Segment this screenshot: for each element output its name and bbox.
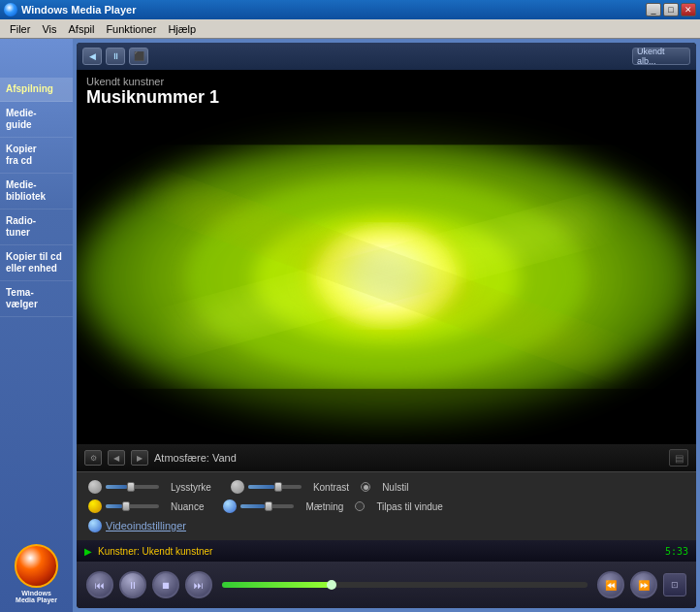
- minimize-button[interactable]: _: [646, 3, 661, 16]
- menu-filer[interactable]: Filer: [4, 21, 36, 37]
- artist-name: Ukendt kunstner: [86, 76, 686, 87]
- visualization-svg: [77, 112, 696, 444]
- menu-vis[interactable]: Vis: [36, 21, 62, 37]
- next-button[interactable]: ⏭: [185, 571, 212, 598]
- brightness-slider[interactable]: [106, 485, 159, 489]
- fit-label: Tilpas til vindue: [376, 501, 443, 512]
- video-settings-link[interactable]: Videoindstillinger: [88, 519, 684, 532]
- duration-display: 5:33: [665, 546, 688, 557]
- seek-bar[interactable]: [222, 582, 588, 588]
- sidebar-logo: WindowsMedia Player: [0, 536, 73, 612]
- menu-hjaelp[interactable]: Hjælp: [162, 21, 202, 37]
- hue-group: [88, 499, 159, 513]
- visualization-name: Atmosfære: Vand: [154, 452, 663, 464]
- svg-rect-9: [77, 389, 696, 444]
- sidebar-item-afspilning[interactable]: Afspilning: [0, 78, 73, 102]
- fit-radio[interactable]: [355, 501, 365, 511]
- visualization-area: [77, 112, 696, 444]
- sidebar-item-radiotuner[interactable]: Radio-tuner: [0, 209, 73, 245]
- sidebar-item-mediebibliotek[interactable]: Medie-bibliotek: [0, 174, 73, 209]
- viz-controls: ⚙ ◀ ▶ Atmosfære: Vand ▤: [77, 444, 696, 471]
- play-indicator-icon: ▶: [84, 546, 92, 557]
- content-area: ◀ ⏸ ⬛ Ukendt alb... Ukendt kunstner Musi…: [77, 43, 696, 608]
- sidebar-item-kopier-fra-cd[interactable]: Kopierfra cd: [0, 138, 73, 174]
- pause-button[interactable]: ⏸: [119, 571, 146, 598]
- pause-toolbar-button[interactable]: ⏸: [106, 48, 125, 65]
- close-button[interactable]: ✕: [681, 3, 696, 16]
- hue-slider[interactable]: [106, 504, 159, 508]
- sidebar-item-medieguide[interactable]: Medie-guide: [0, 102, 73, 138]
- title-bar: Windows Media Player _ □ ✕: [0, 0, 700, 19]
- seek-thumb[interactable]: [327, 580, 336, 590]
- brightness-icon: [88, 480, 102, 494]
- logo-text: WindowsMedia Player: [16, 590, 57, 604]
- now-playing-header: Ukendt kunstner Musiknummer 1: [77, 70, 696, 112]
- video-settings-panel: Lysstyrke Kontrast Nulstil: [77, 471, 696, 540]
- window-controls: _ □ ✕: [646, 3, 696, 16]
- brightness-label: Lysstyrke: [171, 482, 211, 493]
- settings-row-2: Nuance Mætning Tilpas til vindue: [88, 499, 684, 513]
- stop-toolbar-button[interactable]: ⬛: [129, 48, 148, 65]
- top-toolbar: ◀ ⏸ ⬛ Ukendt alb...: [77, 43, 696, 70]
- main-container: Afspilning Medie-guide Kopierfra cd Medi…: [0, 39, 700, 612]
- saturation-icon: [223, 499, 237, 513]
- status-bar: ▶ Kunstner: Ukendt kunstner 5:33: [77, 540, 696, 562]
- video-settings-link-icon: [88, 519, 102, 532]
- menu-afspil[interactable]: Afspil: [62, 21, 100, 37]
- sidebar: Afspilning Medie-guide Kopierfra cd Medi…: [0, 39, 73, 612]
- video-settings-text[interactable]: Videoindstillinger: [106, 520, 186, 531]
- track-name: Musiknummer 1: [86, 87, 686, 108]
- menu-bar: Filer Vis Afspil Funktioner Hjælp: [0, 19, 700, 39]
- sidebar-item-kopier-til-cd[interactable]: Kopier til cdeller enhed: [0, 245, 73, 281]
- svg-rect-8: [77, 112, 696, 145]
- contrast-icon: [231, 480, 244, 494]
- saturation-group: [223, 499, 294, 513]
- brightness-group: [88, 480, 159, 494]
- viz-prev-button[interactable]: ◀: [108, 450, 125, 466]
- reset-radio[interactable]: [361, 482, 370, 492]
- stop-button[interactable]: ⏹: [152, 571, 179, 598]
- hue-icon: [88, 499, 102, 513]
- window-title: Windows Media Player: [21, 4, 642, 16]
- wmp-logo-icon: [15, 544, 58, 588]
- back-button[interactable]: ◀: [82, 48, 102, 65]
- maximize-button[interactable]: □: [663, 3, 679, 16]
- rewind-button[interactable]: ⏪: [597, 571, 624, 598]
- viz-next-button[interactable]: ▶: [131, 450, 148, 466]
- contrast-label: Kontrast: [313, 482, 349, 493]
- viz-settings-icon[interactable]: ⚙: [84, 450, 102, 466]
- viz-menu-button[interactable]: ▤: [669, 449, 688, 467]
- settings-row-1: Lysstyrke Kontrast Nulstil: [88, 480, 684, 494]
- menu-funktioner[interactable]: Funktioner: [100, 21, 162, 37]
- reset-label: Nulstil: [382, 482, 408, 493]
- hue-label: Nuance: [171, 501, 204, 512]
- sidebar-item-temavelger[interactable]: Tema-vælger: [0, 281, 73, 317]
- forward-button[interactable]: ⏩: [630, 571, 657, 598]
- copy-button[interactable]: ⊡: [663, 573, 686, 596]
- saturation-slider[interactable]: [240, 504, 294, 508]
- progress-fill: [222, 582, 332, 588]
- status-text: Kunstner: Ukendt kunstner: [98, 546, 665, 557]
- saturation-label: Mætning: [305, 501, 343, 512]
- app-icon: [4, 3, 17, 16]
- prev-button[interactable]: ⏮: [86, 571, 113, 598]
- contrast-group: [231, 480, 302, 494]
- transport-controls: ⏮ ⏸ ⏹ ⏭ ⏪ ⏩ ⊡: [77, 562, 696, 608]
- album-button[interactable]: Ukendt alb...: [632, 48, 690, 65]
- contrast-slider[interactable]: [248, 485, 302, 489]
